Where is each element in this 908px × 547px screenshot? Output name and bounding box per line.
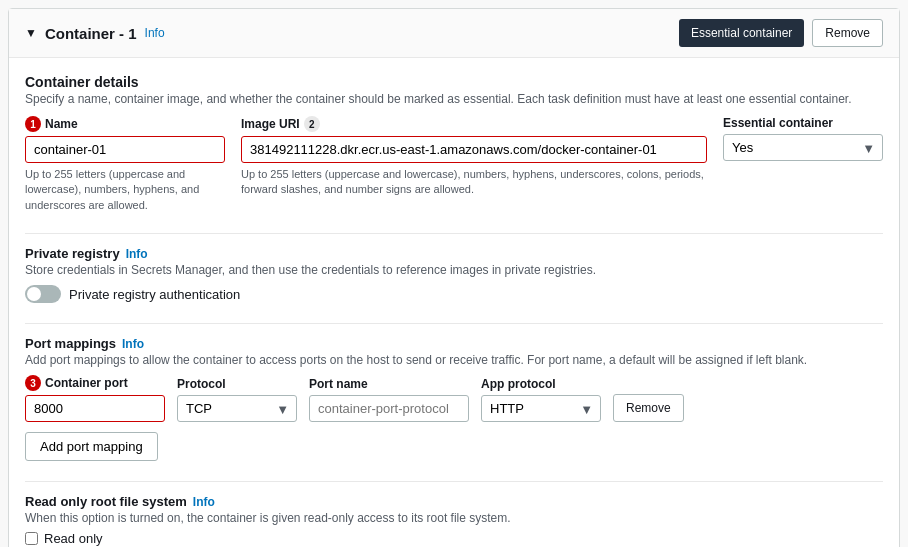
toggle-knob <box>27 287 41 301</box>
essential-select[interactable]: Yes No <box>723 134 883 161</box>
readonly-checkbox[interactable] <box>25 532 38 545</box>
name-input[interactable] <box>25 136 225 163</box>
private-registry-desc: Store credentials in Secrets Manager, an… <box>25 263 883 277</box>
port-remove-button[interactable]: Remove <box>613 394 684 422</box>
readonly-filesystem-section: Read only root file system Info When thi… <box>25 494 883 546</box>
image-uri-num: 2 <box>304 116 320 132</box>
app-protocol-label: App protocol <box>481 377 601 391</box>
panel-header-left: ▼ Container - 1 Info <box>25 25 165 42</box>
container-port-label: 3 Container port <box>25 375 165 391</box>
port-mapping-row: 3 Container port Protocol TCP UDP ▼ <box>25 375 883 422</box>
container-port-num: 3 <box>25 375 41 391</box>
private-registry-info-link[interactable]: Info <box>126 247 148 261</box>
container-port-input[interactable] <box>25 395 165 422</box>
protocol-select-wrapper: TCP UDP ▼ <box>177 395 297 422</box>
image-uri-input[interactable] <box>241 136 707 163</box>
container-port-group: 3 Container port <box>25 375 165 422</box>
container-details-desc: Specify a name, container image, and whe… <box>25 92 883 106</box>
panel-header-right: Essential container Remove <box>679 19 883 47</box>
name-label: 1 Name <box>25 116 225 132</box>
app-protocol-select-wrapper: HTTP HTTP2 GRPC ▼ <box>481 395 601 422</box>
collapse-icon[interactable]: ▼ <box>25 26 37 40</box>
image-uri-field-group: Image URI 2 Up to 255 letters (uppercase… <box>241 116 707 198</box>
readonly-filesystem-title: Read only root file system Info <box>25 494 883 509</box>
name-field-num: 1 <box>25 116 41 132</box>
panel-info-link[interactable]: Info <box>145 26 165 40</box>
essential-field-group: Essential container Yes No ▼ <box>723 116 883 161</box>
app-protocol-group: App protocol HTTP HTTP2 GRPC ▼ <box>481 377 601 422</box>
readonly-filesystem-info-link[interactable]: Info <box>193 495 215 509</box>
port-mappings-info-link[interactable]: Info <box>122 337 144 351</box>
container-details-section: Container details Specify a name, contai… <box>25 74 883 213</box>
image-uri-hint: Up to 255 letters (uppercase and lowerca… <box>241 167 707 198</box>
panel-title: Container - 1 <box>45 25 137 42</box>
panel-header: ▼ Container - 1 Info Essential container… <box>9 9 899 58</box>
essential-select-wrapper: Yes No ▼ <box>723 134 883 161</box>
protocol-group: Protocol TCP UDP ▼ <box>177 377 297 422</box>
name-hint: Up to 255 letters (uppercase and lowerca… <box>25 167 225 213</box>
readonly-filesystem-desc: When this option is turned on, the conta… <box>25 511 883 525</box>
readonly-checkbox-row: Read only <box>25 531 883 546</box>
protocol-label: Protocol <box>177 377 297 391</box>
container-details-form-row: 1 Name Up to 255 letters (uppercase and … <box>25 116 883 213</box>
private-registry-toggle-label: Private registry authentication <box>69 287 240 302</box>
add-port-mapping-button[interactable]: Add port mapping <box>25 432 158 461</box>
essential-container-button[interactable]: Essential container <box>679 19 804 47</box>
port-name-group: Port name <box>309 377 469 422</box>
container-details-title: Container details <box>25 74 883 90</box>
port-remove-wrapper: Remove <box>613 394 684 422</box>
port-mappings-desc: Add port mappings to allow the container… <box>25 353 883 367</box>
port-mappings-section: Port mappings Info Add port mappings to … <box>25 336 883 461</box>
container-panel: ▼ Container - 1 Info Essential container… <box>8 8 900 547</box>
port-mappings-title: Port mappings Info <box>25 336 883 351</box>
panel-body: Container details Specify a name, contai… <box>9 58 899 547</box>
private-registry-toggle[interactable] <box>25 285 61 303</box>
protocol-select[interactable]: TCP UDP <box>177 395 297 422</box>
private-registry-toggle-row: Private registry authentication <box>25 285 883 303</box>
remove-container-button[interactable]: Remove <box>812 19 883 47</box>
app-protocol-select[interactable]: HTTP HTTP2 GRPC <box>481 395 601 422</box>
readonly-checkbox-label: Read only <box>44 531 103 546</box>
private-registry-title: Private registry Info <box>25 246 883 261</box>
name-field-group: 1 Name Up to 255 letters (uppercase and … <box>25 116 225 213</box>
port-name-input[interactable] <box>309 395 469 422</box>
private-registry-section: Private registry Info Store credentials … <box>25 246 883 303</box>
image-uri-label: Image URI 2 <box>241 116 707 132</box>
essential-label: Essential container <box>723 116 883 130</box>
port-name-label: Port name <box>309 377 469 391</box>
